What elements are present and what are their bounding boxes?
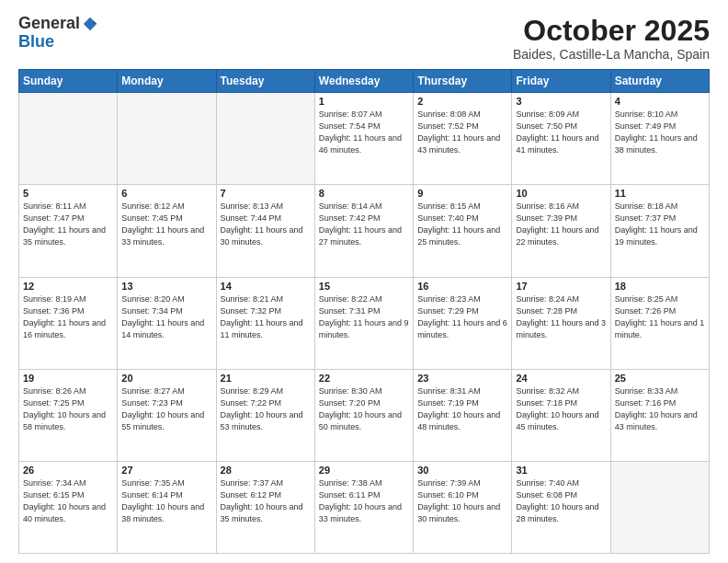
day-cell-1-4: 9Sunrise: 8:15 AM Sunset: 7:40 PM Daylig… <box>414 185 512 277</box>
day-number: 25 <box>615 373 705 384</box>
day-info: Sunrise: 8:31 AM Sunset: 7:19 PM Dayligh… <box>417 385 507 433</box>
day-number: 26 <box>23 465 113 476</box>
day-number: 20 <box>121 373 211 384</box>
day-info: Sunrise: 7:38 AM Sunset: 6:11 PM Dayligh… <box>319 477 409 525</box>
day-cell-3-6: 25Sunrise: 8:33 AM Sunset: 7:16 PM Dayli… <box>610 369 709 461</box>
day-cell-0-6: 4Sunrise: 8:10 AM Sunset: 7:49 PM Daylig… <box>610 93 709 185</box>
day-cell-4-2: 28Sunrise: 7:37 AM Sunset: 6:12 PM Dayli… <box>216 461 314 553</box>
day-info: Sunrise: 8:10 AM Sunset: 7:49 PM Dayligh… <box>615 109 705 156</box>
day-number: 8 <box>319 188 409 199</box>
logo-icon <box>82 16 98 32</box>
day-number: 28 <box>221 465 311 476</box>
day-info: Sunrise: 8:20 AM Sunset: 7:34 PM Dayligh… <box>121 293 211 341</box>
month-title: October 2025 <box>513 15 710 47</box>
day-info: Sunrise: 8:08 AM Sunset: 7:52 PM Dayligh… <box>417 109 507 156</box>
day-cell-4-0: 26Sunrise: 7:34 AM Sunset: 6:15 PM Dayli… <box>19 461 118 553</box>
day-number: 3 <box>516 96 606 107</box>
day-cell-4-5: 31Sunrise: 7:40 AM Sunset: 6:08 PM Dayli… <box>512 461 610 553</box>
day-cell-3-5: 24Sunrise: 8:32 AM Sunset: 7:18 PM Dayli… <box>512 369 610 461</box>
day-cell-3-3: 22Sunrise: 8:30 AM Sunset: 7:20 PM Dayli… <box>314 369 413 461</box>
day-number: 18 <box>615 281 705 292</box>
page: General Blue October 2025 Baides, Castil… <box>0 0 728 563</box>
day-number: 1 <box>319 96 409 107</box>
day-cell-1-2: 7Sunrise: 8:13 AM Sunset: 7:44 PM Daylig… <box>216 185 314 277</box>
week-row-2: 5Sunrise: 8:11 AM Sunset: 7:47 PM Daylig… <box>19 185 710 277</box>
day-number: 24 <box>516 373 606 384</box>
day-number: 6 <box>121 188 211 199</box>
day-number: 23 <box>417 373 507 384</box>
day-number: 27 <box>121 465 211 476</box>
title-block: October 2025 Baides, Castille-La Mancha,… <box>513 15 710 62</box>
day-number: 7 <box>221 188 311 199</box>
day-info: Sunrise: 8:32 AM Sunset: 7:18 PM Dayligh… <box>516 385 606 433</box>
day-info: Sunrise: 8:14 AM Sunset: 7:42 PM Dayligh… <box>319 201 409 248</box>
day-info: Sunrise: 8:27 AM Sunset: 7:23 PM Dayligh… <box>121 385 211 433</box>
day-number: 13 <box>121 281 211 292</box>
col-thursday: Thursday <box>414 70 512 93</box>
day-cell-4-6 <box>610 461 709 553</box>
day-cell-4-3: 29Sunrise: 7:38 AM Sunset: 6:11 PM Dayli… <box>314 461 413 553</box>
day-cell-1-0: 5Sunrise: 8:11 AM Sunset: 7:47 PM Daylig… <box>19 185 118 277</box>
day-cell-2-1: 13Sunrise: 8:20 AM Sunset: 7:34 PM Dayli… <box>118 277 216 369</box>
day-cell-3-0: 19Sunrise: 8:26 AM Sunset: 7:25 PM Dayli… <box>19 369 118 461</box>
day-number: 9 <box>417 188 507 199</box>
day-cell-2-2: 14Sunrise: 8:21 AM Sunset: 7:32 PM Dayli… <box>216 277 314 369</box>
day-info: Sunrise: 8:16 AM Sunset: 7:39 PM Dayligh… <box>516 201 606 248</box>
day-info: Sunrise: 7:39 AM Sunset: 6:10 PM Dayligh… <box>417 477 507 525</box>
day-info: Sunrise: 7:35 AM Sunset: 6:14 PM Dayligh… <box>121 477 211 525</box>
week-row-3: 12Sunrise: 8:19 AM Sunset: 7:36 PM Dayli… <box>19 277 710 369</box>
day-info: Sunrise: 8:22 AM Sunset: 7:31 PM Dayligh… <box>319 293 409 341</box>
day-number: 12 <box>23 281 113 292</box>
day-info: Sunrise: 8:11 AM Sunset: 7:47 PM Dayligh… <box>23 201 113 248</box>
day-cell-2-4: 16Sunrise: 8:23 AM Sunset: 7:29 PM Dayli… <box>414 277 512 369</box>
calendar-table: Sunday Monday Tuesday Wednesday Thursday… <box>18 69 710 554</box>
col-wednesday: Wednesday <box>314 70 413 93</box>
header: General Blue October 2025 Baides, Castil… <box>18 15 710 62</box>
logo-blue-text: Blue <box>18 32 54 51</box>
day-info: Sunrise: 8:29 AM Sunset: 7:22 PM Dayligh… <box>221 385 311 433</box>
day-info: Sunrise: 7:40 AM Sunset: 6:08 PM Dayligh… <box>516 477 606 525</box>
day-number: 14 <box>221 281 311 292</box>
week-row-1: 1Sunrise: 8:07 AM Sunset: 7:54 PM Daylig… <box>19 93 710 185</box>
weekday-header-row: Sunday Monday Tuesday Wednesday Thursday… <box>19 70 710 93</box>
day-cell-1-3: 8Sunrise: 8:14 AM Sunset: 7:42 PM Daylig… <box>314 185 413 277</box>
day-number: 19 <box>23 373 113 384</box>
day-info: Sunrise: 8:18 AM Sunset: 7:37 PM Dayligh… <box>615 201 705 248</box>
day-info: Sunrise: 8:24 AM Sunset: 7:28 PM Dayligh… <box>516 293 606 341</box>
day-info: Sunrise: 8:07 AM Sunset: 7:54 PM Dayligh… <box>319 109 409 156</box>
location-subtitle: Baides, Castille-La Mancha, Spain <box>513 47 710 62</box>
day-cell-1-5: 10Sunrise: 8:16 AM Sunset: 7:39 PM Dayli… <box>512 185 610 277</box>
day-cell-2-0: 12Sunrise: 8:19 AM Sunset: 7:36 PM Dayli… <box>19 277 118 369</box>
logo: General Blue <box>18 15 98 52</box>
day-cell-3-4: 23Sunrise: 8:31 AM Sunset: 7:19 PM Dayli… <box>414 369 512 461</box>
day-number: 21 <box>221 373 311 384</box>
day-cell-4-4: 30Sunrise: 7:39 AM Sunset: 6:10 PM Dayli… <box>414 461 512 553</box>
day-cell-0-3: 1Sunrise: 8:07 AM Sunset: 7:54 PM Daylig… <box>314 93 413 185</box>
day-info: Sunrise: 8:19 AM Sunset: 7:36 PM Dayligh… <box>23 293 113 341</box>
day-info: Sunrise: 8:12 AM Sunset: 7:45 PM Dayligh… <box>121 201 211 248</box>
col-sunday: Sunday <box>19 70 118 93</box>
day-info: Sunrise: 8:09 AM Sunset: 7:50 PM Dayligh… <box>516 109 606 156</box>
day-cell-2-6: 18Sunrise: 8:25 AM Sunset: 7:26 PM Dayli… <box>610 277 709 369</box>
day-cell-0-1 <box>118 93 216 185</box>
day-info: Sunrise: 8:25 AM Sunset: 7:26 PM Dayligh… <box>615 293 705 341</box>
day-info: Sunrise: 7:34 AM Sunset: 6:15 PM Dayligh… <box>23 477 113 525</box>
day-cell-0-5: 3Sunrise: 8:09 AM Sunset: 7:50 PM Daylig… <box>512 93 610 185</box>
day-number: 31 <box>516 465 606 476</box>
day-cell-0-2 <box>216 93 314 185</box>
day-cell-2-5: 17Sunrise: 8:24 AM Sunset: 7:28 PM Dayli… <box>512 277 610 369</box>
day-cell-2-3: 15Sunrise: 8:22 AM Sunset: 7:31 PM Dayli… <box>314 277 413 369</box>
day-number: 4 <box>615 96 705 107</box>
day-info: Sunrise: 7:37 AM Sunset: 6:12 PM Dayligh… <box>221 477 311 525</box>
col-tuesday: Tuesday <box>216 70 314 93</box>
day-number: 11 <box>615 188 705 199</box>
day-number: 29 <box>319 465 409 476</box>
day-number: 30 <box>417 465 507 476</box>
day-number: 17 <box>516 281 606 292</box>
day-number: 15 <box>319 281 409 292</box>
day-info: Sunrise: 8:21 AM Sunset: 7:32 PM Dayligh… <box>221 293 311 341</box>
day-cell-0-4: 2Sunrise: 8:08 AM Sunset: 7:52 PM Daylig… <box>414 93 512 185</box>
day-info: Sunrise: 8:30 AM Sunset: 7:20 PM Dayligh… <box>319 385 409 433</box>
day-number: 22 <box>319 373 409 384</box>
day-info: Sunrise: 8:15 AM Sunset: 7:40 PM Dayligh… <box>417 201 507 248</box>
